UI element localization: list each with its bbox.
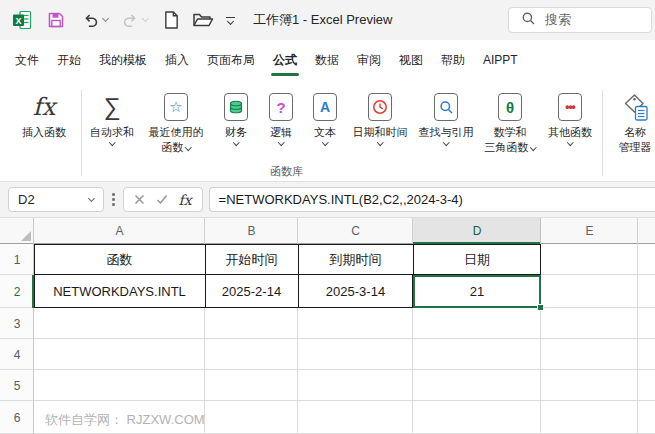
dropdown-chevron-icon (278, 139, 284, 145)
column-header-D[interactable]: D (413, 218, 541, 244)
spreadsheet-grid: A B C D E 1 函数 开始时间 到期时间 日期 2 NETWORKDAY… (0, 218, 655, 434)
column-header-B[interactable]: B (205, 218, 298, 244)
more-functions-button[interactable]: ••• 其他函数 (541, 88, 599, 145)
cell-B6[interactable] (205, 401, 298, 434)
cell-B2[interactable]: 2025-2-14 (205, 275, 298, 308)
redo-button[interactable] (121, 11, 148, 29)
tab-view[interactable]: 视图 (397, 40, 425, 80)
tab-help[interactable]: 帮助 (439, 40, 467, 80)
cell-C4[interactable] (298, 339, 413, 370)
title-bar: X (0, 0, 655, 40)
customize-quick-access-button[interactable] (226, 17, 235, 24)
cell-F2[interactable] (638, 275, 655, 308)
tab-review[interactable]: 审阅 (355, 40, 383, 80)
insert-function-button[interactable]: fx 插入函数 (10, 88, 78, 139)
fill-handle[interactable] (537, 304, 544, 311)
cell-D6[interactable] (413, 401, 541, 434)
tab-aippt[interactable]: AIPPT (481, 40, 520, 80)
cell-A2[interactable]: NETWORKDAYS.INTL (34, 275, 205, 308)
clock-icon (368, 93, 392, 121)
cell-D5[interactable] (413, 370, 541, 401)
cell-C3[interactable] (298, 308, 413, 339)
cell-D2-selected[interactable]: 21 (413, 275, 541, 308)
question-mark-icon: ? (269, 93, 293, 121)
cell-C6[interactable] (298, 401, 413, 434)
column-header-A[interactable]: A (34, 218, 205, 244)
tab-file[interactable]: 文件 (13, 40, 41, 80)
logical-functions-button[interactable]: ? 逻辑 (259, 88, 303, 145)
search-input[interactable]: 搜索 (508, 7, 652, 33)
cell-E3[interactable] (541, 308, 638, 339)
formula-bar-divider (110, 193, 117, 206)
formula-bar-buttons: fx (123, 187, 203, 212)
formula-input[interactable]: =NETWORKDAYS.INTL(B2,C2,,2024-3-4) (209, 187, 655, 212)
sigma-icon: ∑ (103, 90, 120, 124)
row-header-2[interactable]: 2 (0, 275, 34, 308)
cell-F3[interactable] (638, 308, 655, 339)
cell-B4[interactable] (205, 339, 298, 370)
cell-A1[interactable]: 函数 (34, 244, 205, 275)
cell-E5[interactable] (541, 370, 638, 401)
math-trig-functions-button[interactable]: θ 数学和 三角函数 (479, 88, 541, 154)
cell-F4[interactable] (638, 339, 655, 370)
row-header-3[interactable]: 3 (0, 308, 34, 339)
column-header-F[interactable] (638, 218, 655, 244)
cell-E6[interactable] (541, 401, 638, 434)
cell-D3[interactable] (413, 308, 541, 339)
date-time-functions-button[interactable]: 日期和时间 (347, 88, 413, 145)
cell-C1[interactable]: 到期时间 (298, 244, 413, 275)
name-box[interactable]: D2 (8, 187, 104, 212)
cell-D1[interactable]: 日期 (413, 244, 541, 275)
financial-functions-button[interactable]: 财务 (213, 88, 259, 145)
fx-icon: fx (33, 90, 55, 124)
select-all-corner[interactable] (0, 218, 34, 244)
cell-E2[interactable] (541, 275, 638, 308)
cell-F6[interactable] (638, 401, 655, 434)
cell-C5[interactable] (298, 370, 413, 401)
name-manager-button[interactable]: 名称 管理器 (606, 88, 655, 154)
cell-B3[interactable] (205, 308, 298, 339)
dropdown-chevron-icon (185, 144, 191, 150)
cell-D4[interactable] (413, 339, 541, 370)
undo-button[interactable] (81, 11, 108, 29)
column-header-C[interactable]: C (298, 218, 413, 244)
tab-formulas[interactable]: 公式 (271, 40, 299, 80)
lookup-reference-button[interactable]: 查找与引用 (413, 88, 479, 145)
tab-data[interactable]: 数据 (313, 40, 341, 80)
excel-logo-icon: X (12, 10, 32, 30)
cell-B1[interactable]: 开始时间 (205, 244, 298, 275)
watermark-text: 软件自学网： RJZXW.COM (45, 411, 205, 429)
cell-B5[interactable] (205, 370, 298, 401)
enter-button[interactable] (156, 191, 168, 209)
cell-A4[interactable] (34, 339, 205, 370)
recently-used-functions-button[interactable]: ☆ 最近使用的 函数 (139, 88, 213, 154)
open-folder-button[interactable] (192, 11, 214, 29)
row-header-4[interactable]: 4 (0, 339, 34, 370)
cell-F1[interactable] (638, 244, 655, 275)
tab-home[interactable]: 开始 (55, 40, 83, 80)
column-header-E[interactable]: E (541, 218, 638, 244)
ribbon-function-library: fx 插入函数 ∑ 自动求和 ☆ 最近使用的 函数 财务 (0, 80, 655, 182)
theta-icon: θ (498, 93, 522, 121)
row-header-5[interactable]: 5 (0, 370, 34, 401)
tab-page-layout[interactable]: 页面布局 (205, 40, 257, 80)
cancel-button[interactable] (134, 191, 145, 209)
search-label: 搜索 (545, 11, 571, 29)
cell-E1[interactable] (541, 244, 638, 275)
row-header-6[interactable]: 6 (0, 401, 34, 434)
new-document-button[interactable] (163, 10, 180, 30)
tab-insert[interactable]: 插入 (163, 40, 191, 80)
cell-F5[interactable] (638, 370, 655, 401)
cell-C2[interactable]: 2025-3-14 (298, 275, 413, 308)
cell-A3[interactable] (34, 308, 205, 339)
insert-function-fx-button[interactable]: fx (179, 192, 192, 208)
star-icon: ☆ (164, 93, 188, 121)
tab-my-templates[interactable]: 我的模板 (97, 40, 149, 80)
cell-D2-value: 21 (470, 284, 484, 299)
cell-E4[interactable] (541, 339, 638, 370)
row-header-1[interactable]: 1 (0, 244, 34, 275)
cell-A5[interactable] (34, 370, 205, 401)
save-button[interactable] (47, 11, 65, 29)
text-functions-button[interactable]: A 文本 (303, 88, 347, 145)
autosum-button[interactable]: ∑ 自动求和 (85, 88, 139, 145)
